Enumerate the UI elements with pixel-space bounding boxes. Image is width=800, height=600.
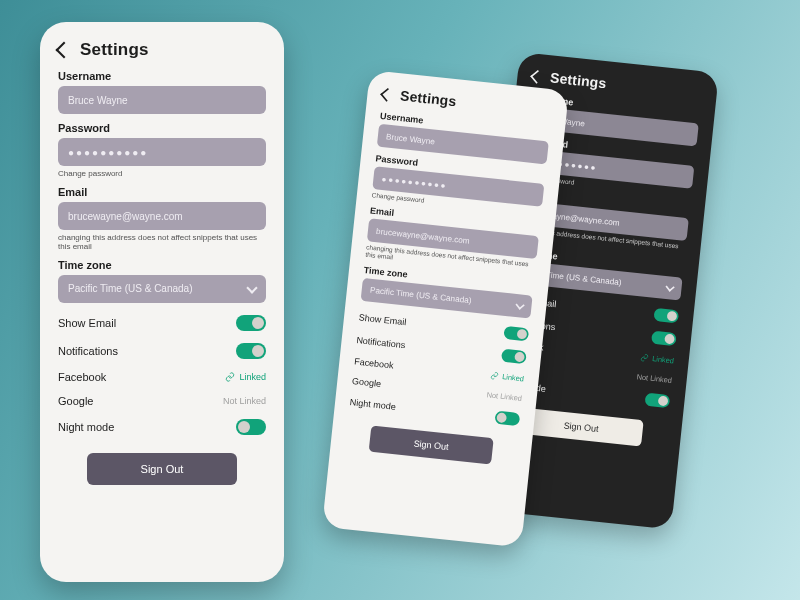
link-icon [640,353,649,362]
facebook-link-status[interactable]: Linked [225,372,266,382]
email-note: changing this address does not affect sn… [58,233,266,251]
row-notifications-label: Notifications [58,345,118,357]
row-show-email-label: Show Email [58,317,116,329]
username-field[interactable] [58,86,266,114]
sign-out-button[interactable]: Sign Out [369,426,494,465]
night-mode-toggle[interactable] [494,411,520,427]
back-icon[interactable] [380,88,394,102]
row-google-label: Google [352,376,382,389]
notifications-toggle[interactable] [236,343,266,359]
password-label: Password [58,122,266,134]
notifications-toggle[interactable] [651,331,677,347]
notifications-toggle[interactable] [501,349,527,365]
link-icon [490,371,499,380]
email-label: Email [58,186,266,198]
timezone-value: Pacific Time (US & Canada) [370,285,472,305]
row-facebook-label: Facebook [58,371,106,383]
facebook-link-status[interactable]: Linked [490,371,524,383]
google-link-status[interactable]: Not Linked [636,373,672,385]
change-password-link[interactable]: Change password [58,169,266,178]
sign-out-button[interactable]: Sign Out [87,453,237,485]
show-email-toggle[interactable] [236,315,266,331]
row-facebook-label: Facebook [354,356,394,370]
timezone-label: Time zone [58,259,266,271]
page-title: Settings [399,88,457,110]
row-notifications-label: Notifications [356,335,406,350]
chevron-down-icon [515,300,524,309]
link-icon [225,372,235,382]
back-icon[interactable] [530,70,544,84]
timezone-select[interactable]: Pacific Time (US & Canada) [58,275,266,303]
page-title: Settings [80,40,149,60]
chevron-down-icon [665,282,674,291]
row-google-label: Google [58,395,93,407]
password-field[interactable] [58,138,266,166]
google-link-status[interactable]: Not Linked [486,391,522,403]
night-mode-toggle[interactable] [236,419,266,435]
facebook-link-status[interactable]: Linked [640,353,674,365]
show-email-toggle[interactable] [653,308,679,324]
back-icon[interactable] [56,42,73,59]
row-night-mode-label: Night mode [349,397,396,412]
username-label: Username [58,70,266,82]
night-mode-toggle[interactable] [644,393,670,409]
row-show-email-label: Show Email [358,312,406,327]
chevron-down-icon [246,282,257,293]
sign-out-button[interactable]: Sign Out [519,408,644,447]
page-title: Settings [549,70,607,92]
email-field[interactable] [58,202,266,230]
timezone-value: Pacific Time (US & Canada) [68,283,193,294]
row-night-mode-label: Night mode [58,421,114,433]
settings-screen-main: Settings Username Password Change passwo… [40,22,284,582]
google-link-status[interactable]: Not Linked [223,396,266,406]
show-email-toggle[interactable] [503,326,529,342]
